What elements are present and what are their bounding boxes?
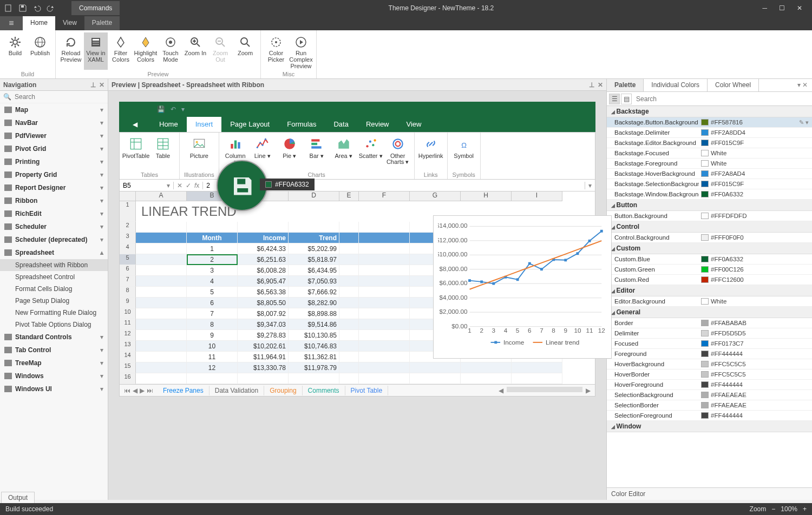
enter-formula-icon[interactable]: ✓ [186,182,191,189]
cell[interactable] [339,330,359,341]
cell[interactable]: $8,282.90 [289,298,339,308]
close-icon[interactable]: ✕ [797,4,802,12]
first-sheet-icon[interactable]: ⏮ [124,387,130,394]
app-tab-home[interactable]: Home [150,117,187,132]
tab-dropdown-icon[interactable]: ▾ ✕ [793,79,812,91]
tab-color-wheel[interactable]: Color Wheel [708,79,759,91]
cell[interactable] [339,287,359,298]
palette-row[interactable]: Delimiter#FFD5D5D5 [607,328,812,339]
cell[interactable] [339,308,359,319]
row-header[interactable]: 3 [120,233,136,243]
palette-row[interactable]: Button.Background#FFFDFDFD [607,211,812,221]
cell[interactable] [359,222,410,233]
cell[interactable]: 6 [187,298,238,308]
palette-row[interactable]: Backstage.Delimiter#FF2A8DD4 [607,128,812,138]
row-header[interactable]: 11 [120,319,136,330]
app-menu-button[interactable]: ≡ [0,16,23,30]
cell[interactable] [339,254,359,265]
build-button[interactable]: Build [3,32,27,70]
nav-subitem[interactable]: Spreadsheet with Ribbon [0,259,108,271]
output-tab[interactable]: Output [1,492,35,503]
palette-row[interactable]: HoverBorder#FFC5C5C5 [607,369,812,380]
cell[interactable] [187,222,238,233]
cell[interactable]: $8,007.92 [238,308,289,319]
cell[interactable] [136,341,187,352]
row-header[interactable]: 7 [120,276,136,287]
cell[interactable] [410,373,461,384]
run-complex-button[interactable]: Run Complex Preview [289,32,313,70]
palette-row[interactable]: Custom.Green#FF00C126 [607,265,812,275]
nav-subitem[interactable]: Page Setup Dialog [0,295,108,307]
palette-category[interactable]: Editor [607,285,812,296]
cell[interactable]: $8,898.88 [289,308,339,319]
new-icon[interactable] [4,4,13,12]
row-header[interactable]: 13 [120,341,136,352]
cell[interactable] [339,298,359,308]
table-button[interactable]: Table [151,135,175,159]
cell[interactable] [339,276,359,287]
palette-row[interactable]: Control.Background#FFF0F0F0 [607,233,812,243]
qat-undo-icon[interactable]: ↶ [171,105,176,113]
cell[interactable]: $6,251.63 [238,254,289,265]
expand-formula-icon[interactable]: ▾ [585,182,595,189]
palette-row[interactable]: Custom.Red#FFC12600 [607,275,812,285]
cell[interactable] [359,373,410,384]
row-header[interactable]: 8 [120,287,136,298]
cell[interactable] [136,352,187,362]
app-tab-page-layout[interactable]: Page Layout [221,117,278,132]
color-editor-header[interactable]: Color Editor [607,487,812,500]
cell[interactable]: $6,434.95 [289,265,339,276]
cell[interactable] [359,254,410,265]
minimize-icon[interactable]: ─ [762,4,767,12]
nav-item-printing[interactable]: Printing▾ [0,155,108,168]
cell[interactable] [136,308,187,319]
cell[interactable] [136,233,187,243]
sheet-tab[interactable]: Grouping [264,386,302,395]
row-header[interactable]: 2 [120,222,136,233]
cell[interactable]: $7,666.92 [289,287,339,298]
app-tab-review[interactable]: Review [357,117,398,132]
cell[interactable]: $5,202.99 [289,243,339,254]
last-sheet-icon[interactable]: ⏭ [147,387,153,394]
hyperlink-button[interactable]: Hyperlink [419,135,443,159]
close-panel-icon[interactable]: ✕ [99,81,104,89]
cell[interactable]: $6,905.47 [238,276,289,287]
cell[interactable]: $5,818.97 [289,254,339,265]
nav-item-ribbon[interactable]: Ribbon▾ [0,194,108,207]
cell[interactable]: $9,278.83 [238,330,289,341]
row-header[interactable]: 16 [120,373,136,384]
nav-item-navbar[interactable]: NavBar▾ [0,116,108,129]
pin-icon[interactable]: ⊥ [589,81,594,89]
nav-item-scheduler-deprecated-[interactable]: Scheduler (deprecated)▾ [0,233,108,246]
cell[interactable] [461,362,512,373]
cell[interactable]: $13,330.78 [238,362,289,373]
qat-save-icon[interactable]: 💾 [157,105,165,113]
cell[interactable] [339,373,359,384]
cell[interactable] [461,373,512,384]
cell[interactable] [359,243,410,254]
publish-button[interactable]: Publish [28,32,52,70]
nav-item-map[interactable]: Map▾ [0,103,108,116]
palette-row[interactable]: HoverBackground#FFC5C5C5 [607,359,812,369]
undo-icon[interactable] [32,4,41,12]
cell[interactable] [359,308,410,319]
cell[interactable]: Month [187,233,238,243]
cell[interactable] [339,265,359,276]
area-button[interactable]: Area ▾ [332,135,356,159]
row-header[interactable]: 12 [120,330,136,341]
line-button[interactable]: Line ▾ [251,135,274,159]
tab-individual-colors[interactable]: Individual Colors [644,79,708,91]
palette-row[interactable]: Backstage.Editor.Background#FF015C9F [607,138,812,148]
view-in-xaml-button[interactable]: View in XAML [84,32,108,70]
cell[interactable]: $6,008.28 [238,265,289,276]
palette-row[interactable]: SelectionForeground#FF444444 [607,411,812,421]
column-header[interactable]: A [136,192,187,201]
highlight-colors-button[interactable]: Highlight Colors [134,32,158,70]
cell[interactable]: $10,130.85 [289,330,339,341]
fx-icon[interactable]: fx [194,182,199,189]
cell[interactable] [238,222,289,233]
cell[interactable]: 8 [187,319,238,330]
zoom-in-icon[interactable]: + [803,505,807,513]
cell[interactable] [136,276,187,287]
cell[interactable]: $11,978.79 [289,362,339,373]
